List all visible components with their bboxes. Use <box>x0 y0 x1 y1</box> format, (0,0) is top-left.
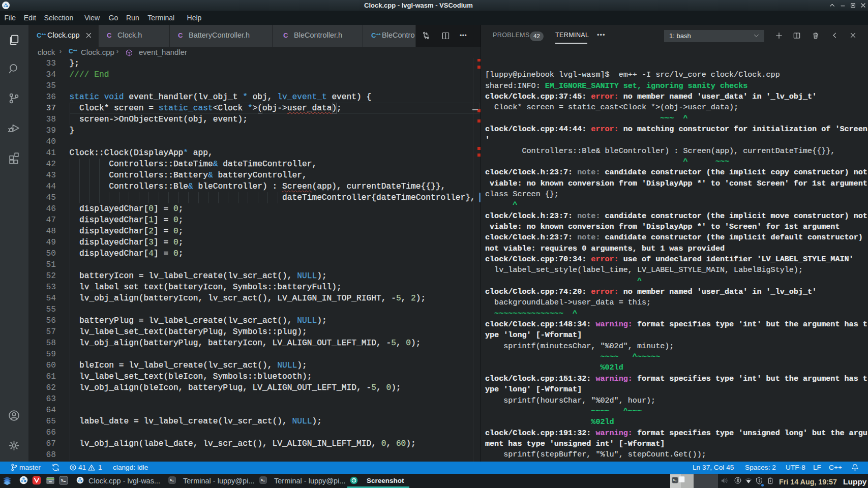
svg-text:$: $ <box>261 478 263 482</box>
svg-text:$: $ <box>170 478 172 482</box>
svg-text:$: $ <box>61 478 64 482</box>
